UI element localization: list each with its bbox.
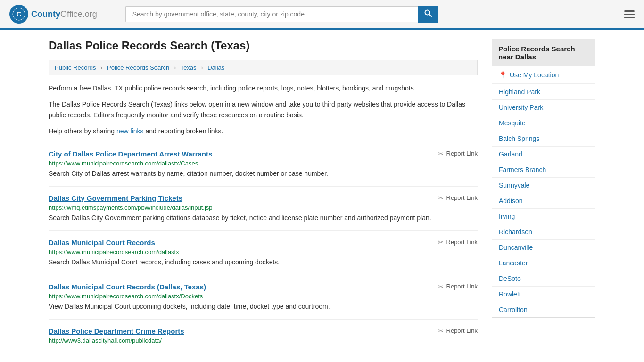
sidebar-city-link[interactable]: Duncanville <box>492 240 595 255</box>
use-location-item[interactable]: 📍 Use My Location <box>492 66 595 84</box>
search-input[interactable] <box>125 6 418 22</box>
result-description: Search City of Dallas arrest warrants by… <box>49 169 478 179</box>
new-links-link[interactable]: new links <box>116 127 144 135</box>
sidebar-nearby-item: Farmers Branch <box>492 162 595 178</box>
sidebar-nearby-item: Balch Springs <box>492 131 595 147</box>
sidebar-city-link[interactable]: Carrollton <box>492 302 595 317</box>
main-container: Dallas Police Records Search (Texas) Pub… <box>39 30 605 362</box>
sidebar-city-link[interactable]: Rowlett <box>492 287 595 302</box>
result-description: Search Dallas Municipal Court records, i… <box>49 257 478 267</box>
sidebar-city-link[interactable]: Balch Springs <box>492 131 595 146</box>
result-title-link[interactable]: Dallas Police Department Crime Reports <box>49 327 184 335</box>
report-link-label: Report Link <box>446 194 478 201</box>
logo-icon: C <box>9 5 28 24</box>
search-button[interactable] <box>418 6 438 23</box>
sidebar-nearby-item: DeSoto <box>492 271 595 287</box>
sidebar-nearby-item: University Park <box>492 100 595 115</box>
result-header: Dallas Police Department Crime Reports ✂… <box>49 327 478 335</box>
search-icon <box>424 9 432 17</box>
result-title-link[interactable]: Dallas Municipal Court Records <box>49 239 155 247</box>
sidebar-nearby-item: Sunnyvale <box>492 178 595 193</box>
result-item: Dallas Municipal Court Records ✂ Report … <box>49 231 478 275</box>
sidebar-nearby-item: Richardson <box>492 224 595 240</box>
sidebar-city-link[interactable]: Garland <box>492 147 595 162</box>
svg-line-3 <box>429 15 431 17</box>
report-link-label: Report Link <box>446 239 478 246</box>
breadcrumb: Public Records › Police Records Search ›… <box>49 60 478 75</box>
sidebar-nearby-item: Carrollton <box>492 302 595 317</box>
logo-text: CountyOffice.org <box>31 9 97 19</box>
sidebar-city-link[interactable]: Mesquite <box>492 115 595 131</box>
result-item: City of Dallas Police Department Arrest … <box>49 142 478 187</box>
sidebar-city-link[interactable]: Addison <box>492 193 595 208</box>
report-link-icon: ✂ <box>438 239 444 246</box>
sidebar-title: Police Records Search near Dallas <box>492 39 595 66</box>
result-header: Dallas City Government Parking Tickets ✂… <box>49 194 478 202</box>
report-link-button[interactable]: ✂ Report Link <box>438 150 478 157</box>
sidebar-city-link[interactable]: Farmers Branch <box>492 162 595 177</box>
search-bar-container <box>125 6 615 23</box>
sidebar: Police Records Search near Dallas 📍 Use … <box>492 39 595 354</box>
result-url: https://wmq.etimspayments.com/pbw/includ… <box>49 204 478 211</box>
result-url: https://www.municipalrecordsearch.com/da… <box>49 248 478 255</box>
result-description: Search Dallas City Government parking ci… <box>49 213 478 223</box>
breadcrumb-link-texas[interactable]: Texas <box>181 64 197 71</box>
report-link-icon: ✂ <box>438 327 444 335</box>
result-item: Dallas Police Department Crime Reports ✂… <box>49 320 478 354</box>
report-link-icon: ✂ <box>438 150 444 157</box>
sidebar-city-link[interactable]: University Park <box>492 100 595 115</box>
result-title-link[interactable]: City of Dallas Police Department Arrest … <box>49 150 212 158</box>
result-header: Dallas Municipal Court Records ✂ Report … <box>49 239 478 247</box>
report-link-icon: ✂ <box>438 194 444 202</box>
site-header: C CountyOffice.org <box>0 0 644 30</box>
result-url: https://www.municipalrecordsearch.com/da… <box>49 293 478 300</box>
result-title-link[interactable]: Dallas City Government Parking Tickets <box>49 194 182 202</box>
breadcrumb-link-dallas[interactable]: Dallas <box>207 64 224 71</box>
sidebar-nearby-item: Addison <box>492 193 595 209</box>
sidebar-nearby-item: Garland <box>492 147 595 162</box>
result-title-link[interactable]: Dallas Municipal Court Records (Dallas, … <box>49 283 206 291</box>
use-my-location-button[interactable]: 📍 Use My Location <box>492 66 595 84</box>
sidebar-city-link[interactable]: Richardson <box>492 224 595 239</box>
location-pin-icon: 📍 <box>499 71 507 79</box>
result-header: Dallas Municipal Court Records (Dallas, … <box>49 283 478 291</box>
result-header: City of Dallas Police Department Arrest … <box>49 150 478 158</box>
hamburger-menu-button[interactable] <box>624 10 635 18</box>
sidebar-city-link[interactable]: Irving <box>492 209 595 224</box>
report-link-button[interactable]: ✂ Report Link <box>438 327 478 335</box>
description-2: The Dallas Police Records Search (Texas)… <box>49 99 478 120</box>
sidebar-city-link[interactable]: Lancaster <box>492 255 595 271</box>
result-item: Dallas Municipal Court Records (Dallas, … <box>49 275 478 320</box>
report-link-button[interactable]: ✂ Report Link <box>438 194 478 202</box>
content-area: Dallas Police Records Search (Texas) Pub… <box>49 39 478 354</box>
result-url: https://www.municipalrecordsearch.com/da… <box>49 160 478 167</box>
results-list: City of Dallas Police Department Arrest … <box>49 142 478 354</box>
page-title: Dallas Police Records Search (Texas) <box>49 39 478 52</box>
report-link-button[interactable]: ✂ Report Link <box>438 283 478 290</box>
use-location-label: Use My Location <box>510 71 559 79</box>
sidebar-nearby-item: Mesquite <box>492 115 595 131</box>
sidebar-nearby-item: Rowlett <box>492 287 595 302</box>
sidebar-nearby-list: 📍 Use My Location Highland ParkUniversit… <box>492 66 595 318</box>
report-link-label: Report Link <box>446 327 478 334</box>
sidebar-nearby-item: Highland Park <box>492 84 595 100</box>
logo-link[interactable]: C CountyOffice.org <box>9 5 97 24</box>
report-link-icon: ✂ <box>438 283 444 290</box>
sidebar-city-link[interactable]: Sunnyvale <box>492 178 595 193</box>
svg-text:C: C <box>17 10 21 18</box>
sidebar-city-link[interactable]: DeSoto <box>492 271 595 286</box>
result-item: Dallas City Government Parking Tickets ✂… <box>49 187 478 231</box>
report-link-label: Report Link <box>446 283 478 290</box>
description-1: Perform a free Dallas, TX public police … <box>49 83 478 93</box>
sidebar-nearby-item: Duncanville <box>492 240 595 255</box>
sidebar-nearby-item: Irving <box>492 209 595 224</box>
breadcrumb-link-police-records-search[interactable]: Police Records Search <box>107 64 169 71</box>
description-3: Help others by sharing new links and rep… <box>49 126 478 136</box>
breadcrumb-link-public-records[interactable]: Public Records <box>55 64 96 71</box>
sidebar-nearby-item: Lancaster <box>492 255 595 271</box>
report-link-button[interactable]: ✂ Report Link <box>438 239 478 246</box>
result-description: View Dallas Municipal Court upcoming doc… <box>49 302 478 312</box>
sidebar-city-link[interactable]: Highland Park <box>492 84 595 99</box>
report-link-label: Report Link <box>446 150 478 157</box>
result-url: http://www3.dallascityhall.com/publicdat… <box>49 337 478 344</box>
